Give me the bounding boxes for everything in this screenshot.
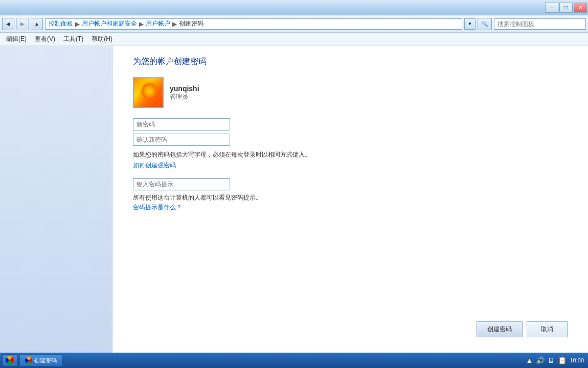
- back-button[interactable]: ◀: [2, 18, 14, 30]
- create-password-button[interactable]: 创建密码: [477, 321, 523, 337]
- avatar: [133, 77, 164, 108]
- close-button[interactable]: ✕: [574, 3, 587, 13]
- breadcrumb-item-2[interactable]: 用户帐户和家庭安全: [82, 19, 137, 28]
- forward-button[interactable]: ▶: [16, 18, 29, 30]
- windows-logo-icon: [6, 356, 14, 364]
- main-layout: 为您的帐户创建密码 yunqishi 管理员 如果您的密码包括大写字母，必须在每…: [0, 46, 588, 353]
- start-button[interactable]: [2, 354, 17, 366]
- breadcrumb-item-1[interactable]: 控制面板: [49, 19, 73, 28]
- user-role: 管理员: [170, 93, 199, 101]
- action-buttons: 创建密码 取消: [477, 321, 568, 337]
- clock: 10:00: [570, 357, 584, 363]
- address-dropdown[interactable]: ▼: [464, 18, 476, 30]
- maximize-button[interactable]: □: [559, 3, 573, 13]
- hint-what-link[interactable]: 密码提示是什么？: [133, 203, 182, 212]
- breadcrumb-item-3[interactable]: 用户帐户: [146, 19, 170, 28]
- user-info: yunqishi 管理员: [133, 77, 568, 108]
- address-bar: ◀ ▶ ▲ 控制面板 ▶ 用户帐户和家庭安全 ▶ 用户帐户 ▶ 创建密码 ▼ 🔍: [0, 15, 588, 33]
- user-text: yunqishi 管理员: [170, 84, 199, 101]
- strong-password-link[interactable]: 如何创建强密码: [133, 161, 176, 170]
- new-password-group: [133, 118, 568, 131]
- volume-icon[interactable]: 🔊: [536, 356, 545, 364]
- network-icon[interactable]: 🖥: [548, 356, 555, 364]
- hint-description: 所有使用这台计算机的人都可以看见密码提示。: [133, 193, 337, 202]
- taskbar-item-icon: [25, 357, 32, 364]
- breadcrumb: 控制面板 ▶ 用户帐户和家庭安全 ▶ 用户帐户 ▶ 创建密码: [45, 18, 462, 30]
- go-icon: 🔍: [482, 21, 488, 27]
- window-controls: — □ ✕: [545, 3, 587, 13]
- confirm-password-input[interactable]: [133, 134, 230, 146]
- new-password-input[interactable]: [133, 118, 230, 131]
- system-tray-arrow[interactable]: ▲: [526, 356, 533, 364]
- breadcrumb-sep-1: ▶: [75, 20, 80, 28]
- menu-item-view[interactable]: 查看(V): [31, 33, 59, 46]
- taskbar-item-label: 创建密码: [34, 357, 57, 364]
- taskbar: 创建密码 ▲ 🔊 🖥 📋 10:00: [0, 353, 588, 368]
- hint-input[interactable]: [133, 178, 230, 190]
- content-area: 为您的帐户创建密码 yunqishi 管理员 如果您的密码包括大写字母，必须在每…: [112, 46, 588, 353]
- sidebar: [0, 46, 112, 353]
- breadcrumb-current: 创建密码: [179, 19, 203, 28]
- user-name: yunqishi: [170, 84, 199, 93]
- up-button[interactable]: ▲: [31, 18, 43, 30]
- menu-item-help[interactable]: 帮助(H): [87, 33, 117, 46]
- breadcrumb-sep-3: ▶: [172, 20, 177, 28]
- avatar-image: [134, 78, 164, 108]
- hint-input-group: [133, 178, 568, 190]
- taskbar-item-create-password[interactable]: 创建密码: [19, 354, 62, 366]
- menu-item-tools[interactable]: 工具(T): [59, 33, 87, 46]
- menu-bar: 编辑(E) 查看(V) 工具(T) 帮助(H): [0, 33, 588, 46]
- go-button[interactable]: 🔍: [478, 18, 492, 30]
- page-title: 为您的帐户创建密码: [133, 56, 568, 67]
- title-bar: — □ ✕: [0, 0, 588, 15]
- breadcrumb-sep-2: ▶: [139, 20, 144, 28]
- notification-icon[interactable]: 📋: [558, 356, 567, 364]
- confirm-password-group: [133, 134, 568, 146]
- menu-item-edit[interactable]: 编辑(E): [2, 33, 31, 46]
- cancel-button[interactable]: 取消: [527, 321, 568, 337]
- taskbar-right: ▲ 🔊 🖥 📋 10:00: [526, 356, 586, 364]
- search-input[interactable]: [494, 18, 586, 30]
- password-hint-text: 如果您的密码包括大写字母，必须在每次登录时以相同方式键入。: [133, 150, 327, 159]
- minimize-button[interactable]: —: [545, 3, 558, 13]
